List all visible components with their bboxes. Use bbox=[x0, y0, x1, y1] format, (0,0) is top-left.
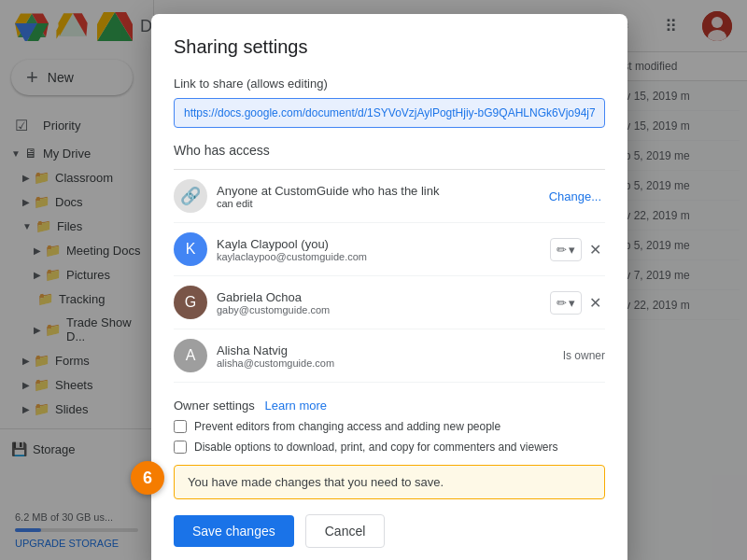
gabriela-actions: ✏ ▾ ✕ bbox=[550, 290, 605, 315]
user-row-kayla: K Kayla Claypool (you) kaylaclaypoo@cust… bbox=[174, 223, 605, 276]
kayla-info: Kayla Claypool (you) kaylaclaypoo@custom… bbox=[217, 237, 541, 262]
warning-banner: You have made changes that you need to s… bbox=[174, 465, 605, 499]
gabriela-edit-button[interactable]: ✏ ▾ bbox=[550, 291, 582, 315]
anyone-permission: can edit bbox=[217, 198, 545, 209]
step-badge: 6 bbox=[131, 461, 164, 495]
cancel-button[interactable]: Cancel bbox=[305, 514, 386, 548]
kayla-actions: ✏ ▾ ✕ bbox=[550, 237, 605, 262]
change-access-button[interactable]: Change... bbox=[545, 186, 605, 207]
owner-badge: Is owner bbox=[563, 349, 605, 362]
prevent-editors-checkbox[interactable] bbox=[174, 420, 187, 433]
disable-download-checkbox[interactable] bbox=[174, 441, 187, 454]
warning-text: You have made changes that you need to s… bbox=[188, 475, 444, 489]
kayla-name: Kayla Claypool (you) bbox=[217, 237, 541, 251]
save-changes-button[interactable]: Save changes bbox=[174, 515, 294, 547]
pencil-icon: ✏ bbox=[557, 243, 567, 257]
alisha-email: alisha@customguide.com bbox=[217, 357, 554, 369]
alisha-name: Alisha Natvig bbox=[217, 343, 554, 357]
link-label: Link to share (allows editing) bbox=[174, 77, 605, 91]
prevent-editors-label: Prevent editors from changing access and… bbox=[194, 420, 500, 433]
modal-title: Sharing settings bbox=[174, 36, 605, 58]
alisha-info: Alisha Natvig alisha@customguide.com bbox=[217, 343, 554, 369]
gabriela-avatar: G bbox=[174, 286, 207, 319]
pencil-icon: ✏ bbox=[557, 296, 567, 310]
link-icon: 🔗 bbox=[174, 179, 207, 213]
disable-download-label: Disable options to download, print, and … bbox=[194, 441, 558, 454]
user-row-alisha: A Alisha Natvig alisha@customguide.com I… bbox=[174, 329, 605, 383]
kayla-remove-button[interactable]: ✕ bbox=[585, 237, 605, 262]
gabriela-info: Gabriela Ochoa gaby@customguide.com bbox=[217, 290, 541, 315]
gabriela-email: gaby@customguide.com bbox=[217, 304, 541, 315]
gabriela-name: Gabriela Ochoa bbox=[217, 290, 541, 304]
user-row-gabriela: G Gabriela Ochoa gaby@customguide.com ✏ … bbox=[174, 276, 605, 329]
access-list: 🔗 Anyone at CustomGuide who has the link… bbox=[174, 169, 605, 384]
user-row-brian: B Brian Pickle brian@customguide.com ✏ ▾… bbox=[174, 383, 605, 384]
owner-settings: Owner settings Learn more bbox=[174, 399, 605, 413]
learn-more-link[interactable]: Learn more bbox=[265, 399, 327, 413]
checkbox-prevent-editors[interactable]: Prevent editors from changing access and… bbox=[174, 420, 605, 433]
owner-settings-label: Owner settings bbox=[174, 399, 255, 413]
kayla-edit-button[interactable]: ✏ ▾ bbox=[550, 238, 582, 261]
dropdown-arrow: ▾ bbox=[569, 243, 575, 257]
who-access-label: Who has access bbox=[174, 143, 605, 158]
gabriela-remove-button[interactable]: ✕ bbox=[585, 290, 605, 315]
anyone-name: Anyone at CustomGuide who has the link bbox=[217, 184, 545, 198]
alisha-actions: Is owner bbox=[563, 349, 605, 362]
kayla-avatar: K bbox=[174, 232, 207, 266]
anyone-info: Anyone at CustomGuide who has the link c… bbox=[217, 184, 545, 209]
kayla-email: kaylaclaypoo@customguide.com bbox=[217, 251, 541, 262]
checkbox-disable-download[interactable]: Disable options to download, print, and … bbox=[174, 441, 605, 454]
alisha-avatar: A bbox=[174, 339, 207, 372]
share-link-input[interactable] bbox=[174, 98, 605, 128]
sharing-settings-modal: Sharing settings Link to share (allows e… bbox=[151, 14, 627, 560]
anyone-link-row: 🔗 Anyone at CustomGuide who has the link… bbox=[174, 170, 605, 223]
modal-footer: Save changes Cancel bbox=[174, 514, 605, 548]
dropdown-arrow: ▾ bbox=[569, 296, 575, 310]
